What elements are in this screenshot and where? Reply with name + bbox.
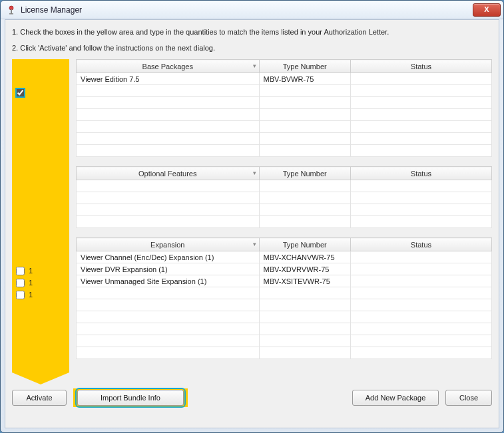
client-area: 1. Check the boxes in the yellow area an… xyxy=(5,19,499,428)
svg-rect-1 xyxy=(11,9,12,13)
base-name-0: Viewer Edition 7.5 xyxy=(77,73,260,85)
expansion-check-row-0: 1 xyxy=(12,265,69,277)
import-bundle-info-button[interactable]: Import Bundle Info xyxy=(77,390,184,406)
button-bar: Activate Import Bundle Info Add New Pack… xyxy=(12,388,492,407)
expansion-checkbox-1[interactable] xyxy=(16,279,25,287)
table-row[interactable]: Viewer Edition 7.5 MBV-BVWR-75 xyxy=(77,73,492,85)
base-check-row-0 xyxy=(12,86,69,98)
expansion-qty-0[interactable]: 1 xyxy=(29,267,42,275)
app-icon xyxy=(6,5,17,15)
base-checkbox-0[interactable] xyxy=(16,88,25,97)
arrow-down-icon xyxy=(12,372,69,384)
activate-button[interactable]: Activate xyxy=(12,390,67,406)
expansion-name-2: Viewer Unmanaged Site Expansion (1) xyxy=(77,275,260,287)
optional-features-table-wrap: Optional Features▾ Type Number Status xyxy=(76,166,492,228)
instruction-line-2: 2. Click 'Activate' and follow the instr… xyxy=(12,43,492,55)
expansion-type-1: MBV-XDVRVWR-75 xyxy=(259,263,350,275)
instruction-line-1: 1. Check the boxes in the yellow area an… xyxy=(12,27,492,39)
expansion-table: Expansion▾ Type Number Status Viewer Cha… xyxy=(76,237,492,359)
table-row[interactable]: Viewer DVR Expansion (1) MBV-XDVRVWR-75 xyxy=(77,263,492,275)
base-packages-table-wrap: Base Packages▾ Type Number Status Viewer… xyxy=(76,59,492,157)
base-col-header-name[interactable]: Base Packages▾ xyxy=(77,60,260,73)
expansion-name-1: Viewer DVR Expansion (1) xyxy=(77,263,260,275)
window-close-button[interactable]: X xyxy=(473,3,501,17)
checkbox-column: 1 1 1 xyxy=(12,59,69,372)
optional-col-header-type[interactable]: Type Number xyxy=(259,167,350,180)
expansion-check-row-1: 1 xyxy=(12,277,69,289)
sort-icon: ▾ xyxy=(253,170,256,176)
optional-checks xyxy=(12,180,69,241)
svg-marker-3 xyxy=(12,372,69,384)
base-status-0 xyxy=(350,73,491,85)
svg-rect-2 xyxy=(9,13,13,15)
close-button[interactable]: Close xyxy=(445,390,492,406)
base-checks xyxy=(12,72,69,170)
instructions: 1. Check the boxes in the yellow area an… xyxy=(12,27,492,54)
base-packages-table: Base Packages▾ Type Number Status Viewer… xyxy=(76,59,492,157)
expansion-qty-1[interactable]: 1 xyxy=(29,279,42,287)
expansion-checkbox-0[interactable] xyxy=(16,267,25,275)
optional-features-table: Optional Features▾ Type Number Status xyxy=(76,166,492,228)
license-manager-window: License Manager X 1. Check the boxes in … xyxy=(0,0,504,433)
expansion-col-header-type[interactable]: Type Number xyxy=(259,238,350,251)
expansion-name-0: Viewer Channel (Enc/Dec) Expansion (1) xyxy=(77,251,260,263)
expansion-qty-2[interactable]: 1 xyxy=(29,291,42,299)
table-row[interactable]: Viewer Channel (Enc/Dec) Expansion (1) M… xyxy=(77,251,492,263)
base-col-header-type[interactable]: Type Number xyxy=(259,60,350,73)
sort-icon: ▾ xyxy=(253,241,256,247)
optional-col-header-name[interactable]: Optional Features▾ xyxy=(77,167,260,180)
expansion-col-header-status[interactable]: Status xyxy=(350,238,491,251)
expansion-type-0: MBV-XCHANVWR-75 xyxy=(259,251,350,263)
expansion-status-1 xyxy=(350,263,491,275)
table-row[interactable]: Viewer Unmanaged Site Expansion (1) MBV-… xyxy=(77,275,492,287)
expansion-status-2 xyxy=(350,275,491,287)
window-title: License Manager xyxy=(21,5,473,15)
expansion-type-2: MBV-XSITEVWR-75 xyxy=(259,275,350,287)
add-new-package-button[interactable]: Add New Package xyxy=(352,390,439,406)
expansion-checkbox-2[interactable] xyxy=(16,291,25,299)
expansion-col-header-name[interactable]: Expansion▾ xyxy=(77,238,260,251)
optional-col-header-status[interactable]: Status xyxy=(350,167,491,180)
expansion-checks: 1 1 1 xyxy=(12,251,69,372)
content-row: 1 1 1 xyxy=(12,59,492,372)
expansion-table-wrap: Expansion▾ Type Number Status Viewer Cha… xyxy=(76,237,492,359)
base-type-0: MBV-BVWR-75 xyxy=(259,73,350,85)
close-icon: X xyxy=(484,6,489,13)
sort-icon: ▾ xyxy=(253,63,256,69)
base-col-header-status[interactable]: Status xyxy=(350,60,491,73)
import-highlight: Import Bundle Info xyxy=(73,388,188,407)
titlebar: License Manager X xyxy=(1,1,503,19)
expansion-check-row-2: 1 xyxy=(12,289,69,301)
expansion-status-0 xyxy=(350,251,491,263)
tables-column: Base Packages▾ Type Number Status Viewer… xyxy=(76,59,492,372)
